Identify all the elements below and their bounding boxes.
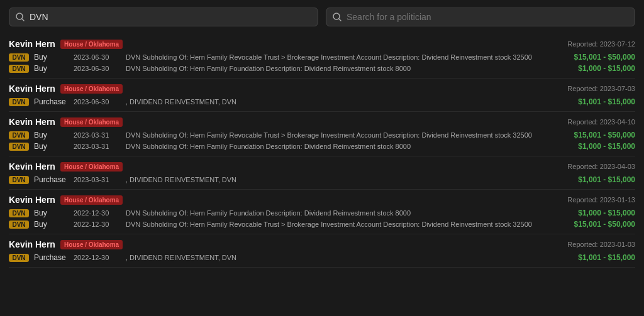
transaction-amount: $15,001 - $50,000 bbox=[553, 53, 635, 62]
politician-name-row: Kevin HernHouse / Oklahoma bbox=[9, 39, 123, 49]
ticker-badge: DVN bbox=[9, 65, 29, 73]
ticker-badge: DVN bbox=[9, 254, 29, 262]
politician-header: Kevin HernHouse / OklahomaReported: 2023… bbox=[9, 161, 635, 172]
politician-tag: House / Oklahoma bbox=[60, 117, 123, 127]
transaction-description: DVN Subholding Of: Hern Family Foundatio… bbox=[126, 143, 548, 150]
transaction-row: DVNPurchase2023-06-30, DIVIDEND REINVEST… bbox=[9, 96, 635, 107]
transaction-amount: $15,001 - $50,000 bbox=[553, 131, 635, 139]
politician-search-box[interactable] bbox=[326, 8, 635, 26]
transaction-type: Purchase bbox=[34, 253, 69, 262]
reported-date: Reported: 2023-01-03 bbox=[567, 241, 635, 248]
politician-tag: House / Oklahoma bbox=[60, 240, 123, 249]
politician-header: Kevin HernHouse / OklahomaReported: 2023… bbox=[9, 239, 635, 249]
politician-block: Kevin HernHouse / OklahomaReported: 2023… bbox=[9, 34, 635, 79]
reported-date: Reported: 2023-04-03 bbox=[567, 163, 635, 170]
transaction-date: 2022-12-30 bbox=[74, 254, 121, 261]
ticker-badge: DVN bbox=[9, 209, 29, 217]
transaction-row: DVNBuy2023-06-30DVN Subholding Of: Hern … bbox=[9, 52, 635, 63]
transaction-description: , DIVIDEND REINVESTMENT, DVN bbox=[126, 176, 548, 183]
transaction-amount: $1,001 - $15,000 bbox=[553, 175, 635, 184]
dvn-search-box[interactable] bbox=[9, 8, 318, 26]
transaction-type: Buy bbox=[34, 64, 69, 73]
transaction-description: DVN Subholding Of: Hern Family Foundatio… bbox=[126, 65, 548, 72]
politician-block: Kevin HernHouse / OklahomaReported: 2023… bbox=[9, 156, 635, 190]
ticker-badge: DVN bbox=[9, 131, 29, 139]
svg-line-3 bbox=[339, 19, 341, 21]
politician-tag: House / Oklahoma bbox=[60, 195, 123, 205]
politician-name-row: Kevin HernHouse / Oklahoma bbox=[9, 117, 123, 127]
ticker-badge: DVN bbox=[9, 143, 29, 151]
politician-header: Kevin HernHouse / OklahomaReported: 2023… bbox=[9, 39, 635, 49]
transaction-row: DVNBuy2023-03-31DVN Subholding Of: Hern … bbox=[9, 141, 635, 152]
transaction-row: DVNBuy2023-03-31DVN Subholding Of: Hern … bbox=[9, 129, 635, 141]
politician-name: Kevin Hern bbox=[9, 161, 55, 172]
reported-date: Reported: 2023-07-03 bbox=[567, 85, 635, 92]
transaction-description: DVN Subholding Of: Hern Family Revocable… bbox=[126, 53, 548, 61]
transaction-date: 2023-06-30 bbox=[74, 65, 121, 72]
search-icon bbox=[16, 13, 25, 21]
transaction-amount: $1,000 - $15,000 bbox=[553, 64, 635, 73]
politician-block: Kevin HernHouse / OklahomaReported: 2023… bbox=[9, 190, 635, 234]
transaction-type: Purchase bbox=[34, 175, 69, 184]
transaction-amount: $1,000 - $15,000 bbox=[553, 209, 635, 217]
dvn-search-input[interactable] bbox=[30, 12, 311, 22]
politician-block: Kevin HernHouse / OklahomaReported: 2023… bbox=[9, 234, 635, 268]
politician-tag: House / Oklahoma bbox=[60, 84, 123, 94]
transaction-row: DVNBuy2022-12-30DVN Subholding Of: Hern … bbox=[9, 219, 635, 230]
reported-date: Reported: 2023-07-12 bbox=[567, 40, 635, 48]
politician-name-row: Kevin HernHouse / Oklahoma bbox=[9, 239, 123, 249]
transaction-amount: $1,000 - $15,000 bbox=[553, 142, 635, 151]
politician-name-row: Kevin HernHouse / Oklahoma bbox=[9, 195, 123, 205]
transaction-description: DVN Subholding Of: Hern Family Foundatio… bbox=[126, 209, 548, 217]
transaction-date: 2023-03-31 bbox=[74, 131, 121, 139]
results-content: Kevin HernHouse / OklahomaReported: 2023… bbox=[0, 34, 644, 268]
transaction-amount: $1,001 - $15,000 bbox=[553, 97, 635, 106]
transaction-type: Buy bbox=[34, 209, 69, 217]
politician-header: Kevin HernHouse / OklahomaReported: 2023… bbox=[9, 117, 635, 127]
svg-line-1 bbox=[22, 19, 24, 21]
reported-date: Reported: 2023-01-13 bbox=[567, 196, 635, 204]
politician-block: Kevin HernHouse / OklahomaReported: 2023… bbox=[9, 112, 635, 156]
transaction-type: Buy bbox=[34, 53, 69, 62]
transaction-row: DVNBuy2022-12-30DVN Subholding Of: Hern … bbox=[9, 207, 635, 219]
transaction-type: Buy bbox=[34, 131, 69, 139]
reported-date: Reported: 2023-04-10 bbox=[567, 118, 635, 126]
transaction-date: 2023-06-30 bbox=[74, 98, 121, 106]
transaction-type: Purchase bbox=[34, 97, 69, 106]
search-icon-2 bbox=[333, 13, 341, 21]
top-bar bbox=[0, 0, 644, 34]
ticker-badge: DVN bbox=[9, 221, 29, 229]
politician-name-row: Kevin HernHouse / Oklahoma bbox=[9, 161, 123, 172]
transaction-amount: $15,001 - $50,000 bbox=[553, 220, 635, 229]
politician-block: Kevin HernHouse / OklahomaReported: 2023… bbox=[9, 79, 635, 112]
politician-tag: House / Oklahoma bbox=[60, 162, 123, 172]
transaction-description: DVN Subholding Of: Hern Family Revocable… bbox=[126, 131, 548, 139]
transaction-date: 2023-03-31 bbox=[74, 143, 121, 150]
ticker-badge: DVN bbox=[9, 53, 29, 62]
politician-header: Kevin HernHouse / OklahomaReported: 2023… bbox=[9, 84, 635, 94]
transaction-type: Buy bbox=[34, 220, 69, 229]
politician-name: Kevin Hern bbox=[9, 117, 55, 127]
politician-header: Kevin HernHouse / OklahomaReported: 2023… bbox=[9, 195, 635, 205]
transaction-amount: $1,001 - $15,000 bbox=[553, 253, 635, 262]
transaction-description: , DIVIDEND REINVESTMENT, DVN bbox=[126, 98, 548, 106]
transaction-date: 2023-06-30 bbox=[74, 53, 121, 61]
politician-name: Kevin Hern bbox=[9, 195, 55, 205]
transaction-date: 2022-12-30 bbox=[74, 221, 121, 228]
transaction-row: DVNPurchase2022-12-30, DIVIDEND REINVEST… bbox=[9, 252, 635, 263]
transaction-row: DVNBuy2023-06-30DVN Subholding Of: Hern … bbox=[9, 63, 635, 74]
politician-name: Kevin Hern bbox=[9, 39, 55, 49]
transaction-row: DVNPurchase2023-03-31, DIVIDEND REINVEST… bbox=[9, 174, 635, 185]
politician-tag: House / Oklahoma bbox=[60, 40, 123, 49]
transaction-date: 2022-12-30 bbox=[74, 209, 121, 217]
politician-search-input[interactable] bbox=[347, 12, 628, 22]
transaction-description: DVN Subholding Of: Hern Family Revocable… bbox=[126, 221, 548, 228]
transaction-description: , DIVIDEND REINVESTMENT, DVN bbox=[126, 254, 548, 261]
ticker-badge: DVN bbox=[9, 176, 29, 184]
politician-name-row: Kevin HernHouse / Oklahoma bbox=[9, 84, 123, 94]
transaction-date: 2023-03-31 bbox=[74, 176, 121, 183]
transaction-type: Buy bbox=[34, 142, 69, 151]
politician-name: Kevin Hern bbox=[9, 239, 55, 249]
ticker-badge: DVN bbox=[9, 98, 29, 106]
politician-name: Kevin Hern bbox=[9, 84, 55, 94]
